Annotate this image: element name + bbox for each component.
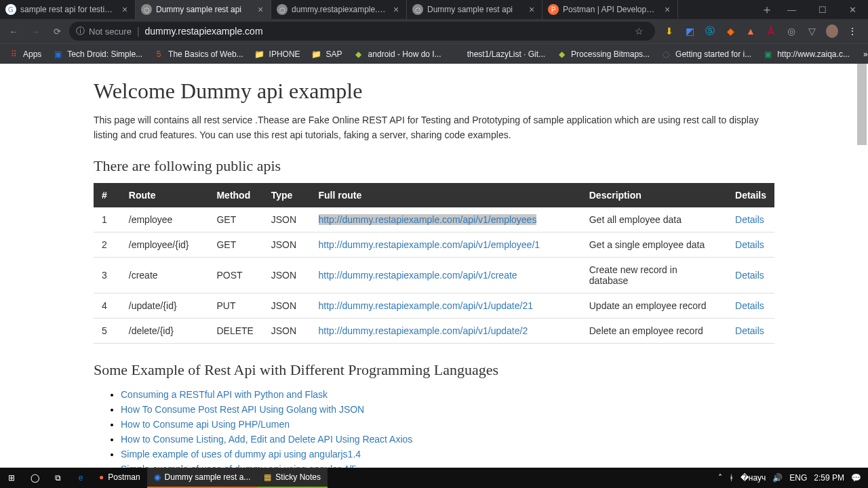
ext-icon-2[interactable]: ◆ bbox=[724, 25, 736, 37]
favicon-icon: P bbox=[548, 4, 559, 15]
bookmark-item[interactable]: 📁SAP bbox=[307, 49, 347, 60]
table-cell: http://dummy.restapiexample.com/api/v1/u… bbox=[311, 293, 581, 319]
browser-tab[interactable]: Gsample rest api for testing - Goo× bbox=[0, 0, 136, 19]
download-icon[interactable]: ⬇ bbox=[663, 25, 675, 37]
address-bar[interactable]: ⓘ Not secure | dummy.restapiexample.com … bbox=[69, 22, 655, 41]
edge-icon[interactable]: e bbox=[69, 468, 92, 488]
bookmark-item[interactable]: 📁IPHONE bbox=[250, 49, 304, 60]
bookmark-label: android - How do I... bbox=[368, 49, 441, 59]
ext-icon-5[interactable]: ▽ bbox=[806, 25, 818, 37]
table-cell: Details bbox=[727, 232, 774, 258]
example-link[interactable]: Consuming a RESTful API with Python and … bbox=[121, 389, 328, 400]
security-label: Not secure bbox=[89, 26, 132, 37]
star-icon[interactable]: ☆ bbox=[629, 22, 648, 41]
example-link[interactable]: Simple example of uses of dummy api usin… bbox=[121, 464, 357, 468]
bookmark-icon: ▣ bbox=[762, 49, 773, 60]
full-route-link[interactable]: http://dummy.restapiexample.com/api/v1/c… bbox=[319, 270, 517, 281]
forward-button[interactable]: → bbox=[26, 22, 45, 41]
browser-tab[interactable]: PPostman | API Development Env× bbox=[542, 0, 678, 19]
close-tab-icon[interactable]: × bbox=[120, 5, 130, 14]
taskbar-app[interactable]: ▦Sticky Notes bbox=[257, 468, 328, 488]
ext-icon-1[interactable]: ◩ bbox=[684, 25, 696, 37]
notifications-icon[interactable]: 💬 bbox=[851, 473, 861, 483]
browser-tab[interactable]: ◌Dummy sample rest api× bbox=[407, 0, 542, 19]
table-cell: GET bbox=[208, 207, 262, 232]
example-link[interactable]: Simple example of uses of dummy api usin… bbox=[121, 449, 361, 460]
close-window-button[interactable]: ✕ bbox=[837, 0, 868, 19]
details-link[interactable]: Details bbox=[735, 270, 764, 281]
table-cell: http://dummy.restapiexample.com/api/v1/e… bbox=[311, 207, 581, 232]
bookmark-item[interactable]: ⠿Apps bbox=[4, 49, 45, 60]
table-cell: DELETE bbox=[208, 319, 262, 344]
bookmark-item[interactable]: 5The Basics of Web... bbox=[149, 49, 248, 60]
clock[interactable]: 2:59 PM bbox=[814, 473, 844, 483]
browser-tab[interactable]: ◌dummy.restapiexample.com/api× bbox=[271, 0, 407, 19]
maximize-button[interactable]: ☐ bbox=[807, 0, 837, 19]
full-route-link[interactable]: http://dummy.restapiexample.com/api/v1/u… bbox=[319, 300, 533, 311]
list-item: How to Consume Listing, Add, Edit and De… bbox=[121, 432, 774, 447]
details-link[interactable]: Details bbox=[735, 239, 764, 250]
details-link[interactable]: Details bbox=[735, 325, 764, 336]
bookmark-item[interactable]: ◆android - How do I... bbox=[349, 49, 446, 60]
table-cell: 1 bbox=[94, 207, 121, 232]
new-tab-button[interactable]: ＋ bbox=[757, 0, 776, 19]
tray-chevron-icon[interactable]: ˄ bbox=[718, 473, 722, 483]
full-route-link[interactable]: http://dummy.restapiexample.com/api/v1/e… bbox=[319, 214, 537, 225]
full-route-link[interactable]: http://dummy.restapiexample.com/api/v1/u… bbox=[319, 325, 528, 336]
bluetooth-icon[interactable]: ᚼ bbox=[729, 473, 734, 483]
viewport: Welcome Dummy api example This page will… bbox=[0, 64, 868, 468]
skype-icon[interactable]: Ⓢ bbox=[704, 25, 716, 37]
table-header: # bbox=[94, 183, 121, 207]
reload-button[interactable]: ⟳ bbox=[47, 22, 66, 41]
minimize-button[interactable]: — bbox=[776, 0, 807, 19]
favicon-icon: ◌ bbox=[141, 4, 152, 15]
bookmark-item[interactable]: ▣Tech Droid: Simple... bbox=[48, 49, 146, 60]
ext-icon-4[interactable]: ◎ bbox=[785, 25, 797, 37]
task-view-button[interactable]: ⧉ bbox=[46, 468, 69, 488]
browser-tab[interactable]: ◌Dummy sample rest api× bbox=[136, 0, 271, 19]
favicon-icon: ◌ bbox=[412, 4, 423, 15]
details-link[interactable]: Details bbox=[735, 214, 764, 225]
close-tab-icon[interactable]: × bbox=[527, 5, 536, 14]
security-indicator[interactable]: ⓘ Not secure bbox=[76, 25, 132, 37]
taskbar-app[interactable]: ◉Dummy sample rest a... bbox=[147, 468, 258, 488]
wifi-icon[interactable]: �науч bbox=[741, 473, 766, 483]
ext-icon-3[interactable]: ▲ bbox=[745, 25, 757, 37]
table-cell: 2 bbox=[94, 232, 121, 258]
back-button[interactable]: ← bbox=[4, 22, 23, 41]
close-tab-icon[interactable]: × bbox=[663, 5, 672, 14]
full-route-link[interactable]: http://dummy.restapiexample.com/api/v1/e… bbox=[319, 239, 540, 250]
taskbar-app[interactable]: ●Postman bbox=[92, 468, 147, 488]
table-cell: /create bbox=[121, 258, 209, 293]
bookmark-icon: ⠿ bbox=[8, 49, 19, 60]
kebab-menu-icon[interactable]: ⋮ bbox=[846, 25, 859, 37]
scrollbar[interactable] bbox=[857, 64, 867, 468]
language-indicator[interactable]: ENG bbox=[789, 473, 807, 483]
bookmarks-bar: ⠿Apps▣Tech Droid: Simple...5The Basics o… bbox=[0, 43, 868, 64]
close-tab-icon[interactable]: × bbox=[256, 5, 265, 14]
table-cell: Details bbox=[727, 207, 774, 232]
list-item: How to Consume api Using PHP/Lumen bbox=[121, 417, 774, 432]
lead-paragraph: This page will contains all rest service… bbox=[94, 113, 774, 142]
profile-avatar[interactable] bbox=[826, 25, 838, 37]
bookmark-item[interactable]: ◆Processing Bitmaps... bbox=[552, 49, 654, 60]
toolbar: ← → ⟳ ⓘ Not secure | dummy.restapiexampl… bbox=[0, 19, 868, 43]
example-link[interactable]: How to Consume api Using PHP/Lumen bbox=[121, 419, 290, 430]
bookmark-item[interactable]: thest1/LazyList · Git... bbox=[448, 49, 549, 60]
bookmarks-overflow[interactable]: » bbox=[859, 49, 868, 59]
volume-icon[interactable]: 🔊 bbox=[772, 473, 783, 483]
angular-icon[interactable]: Å bbox=[765, 25, 777, 37]
bookmark-item[interactable]: ◌Getting started for i... bbox=[656, 49, 755, 60]
bookmark-icon: 5 bbox=[153, 49, 164, 60]
api-table: #RouteMethodTypeFull routeDescriptionDet… bbox=[94, 183, 774, 344]
example-link[interactable]: How To Consume Post Rest API Using Golan… bbox=[121, 404, 364, 415]
examples-heading: Some Example of Rest Api with Different … bbox=[94, 361, 774, 379]
close-tab-icon[interactable]: × bbox=[391, 5, 401, 14]
system-tray: ˄ ᚼ �науч 🔊 ENG 2:59 PM 💬 bbox=[711, 473, 868, 483]
search-button[interactable]: ◯ bbox=[23, 468, 46, 488]
details-link[interactable]: Details bbox=[735, 300, 764, 311]
start-button[interactable]: ⊞ bbox=[0, 468, 23, 488]
bookmark-item[interactable]: ▣http://www.zaiqa.c... bbox=[758, 49, 854, 60]
example-link[interactable]: How to Consume Listing, Add, Edit and De… bbox=[121, 434, 412, 445]
table-cell: Details bbox=[727, 258, 774, 293]
